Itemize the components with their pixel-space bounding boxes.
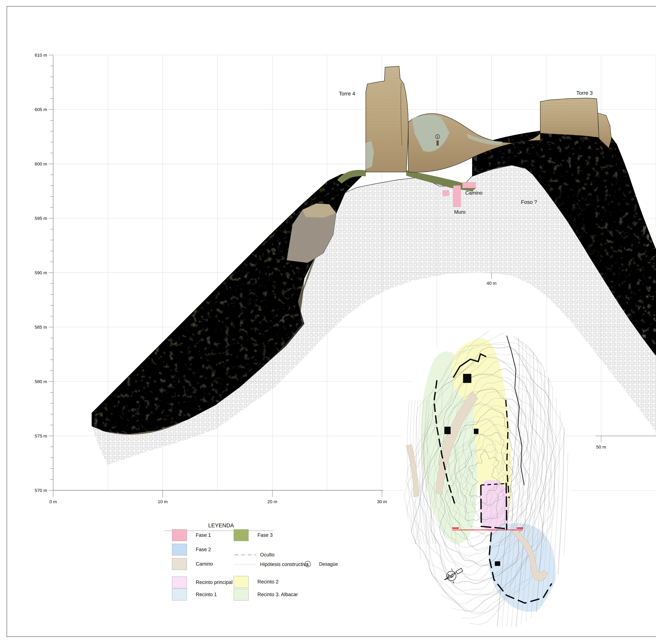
label-foso: Foso ? — [521, 199, 537, 205]
legend-label: Recinto 3. Albacar — [257, 592, 298, 597]
axis-label-40m: 40 m — [487, 281, 497, 286]
axis-label-bottom: 20 m — [267, 499, 277, 504]
axis-label-bottom: 10 m — [158, 499, 168, 504]
axis-label-mid: 50 m — [596, 444, 606, 450]
legend-label: Recinto 1 — [196, 592, 217, 597]
label-torre3: Torre 3 — [576, 90, 593, 96]
axis-label-bottom: 30 m — [377, 499, 387, 504]
legend: LEYENDA Fase 1Fase 2CaminoRecinto princi… — [165, 522, 338, 600]
drain-number: 1 — [437, 135, 438, 139]
axis-label-left: 595 m — [35, 216, 47, 221]
legend-label: Fase 3 — [257, 532, 272, 538]
label-torre4: Torre 4 — [339, 91, 355, 96]
legend-swatch — [172, 529, 187, 541]
legend-title: LEYENDA — [208, 522, 234, 529]
legend-desague-number: 1 — [307, 562, 309, 567]
axis-label-left: 600 m — [35, 161, 47, 166]
axis-label-left: 610 m — [35, 52, 47, 58]
axis-label-bottom: 0 m — [49, 499, 57, 504]
drawing-sheet: 610 m605 m600 m595 m590 m585 m580 m575 m… — [0, 0, 656, 644]
axis-label-left: 570 m — [35, 488, 47, 493]
legend-label: Recinto principal — [196, 579, 233, 585]
legend-swatch — [234, 589, 248, 600]
legend-label: Fase 1 — [196, 532, 211, 538]
axis-label-left: 575 m — [35, 433, 47, 438]
label-camino: Camino — [465, 190, 483, 196]
muro-fase1 — [453, 185, 461, 207]
axis-label-left: 590 m — [35, 270, 47, 275]
camino-fase1 — [462, 182, 476, 188]
legend-desague-label: Desagüe — [319, 561, 338, 567]
legend-label: Oculto — [260, 552, 275, 557]
site-plan — [400, 326, 571, 631]
legend-label: Fase 2 — [196, 547, 211, 552]
legend-swatch — [172, 544, 187, 555]
axis-label-left: 605 m — [35, 107, 47, 112]
legend-swatch — [234, 576, 248, 588]
legend-label: Camino — [196, 561, 213, 567]
legend-label: Hipótesis constructiva — [260, 561, 309, 567]
legend-swatch — [234, 529, 248, 541]
legend-swatch — [172, 558, 187, 570]
legend-label: Recinto 2 — [257, 579, 279, 584]
legend-swatch — [172, 589, 187, 600]
legend-swatch — [172, 577, 187, 588]
label-muro: Muro — [454, 209, 466, 215]
torre-4 — [366, 66, 408, 172]
axis-label-left: 585 m — [35, 325, 47, 329]
axis-label-left: 580 m — [35, 379, 47, 384]
